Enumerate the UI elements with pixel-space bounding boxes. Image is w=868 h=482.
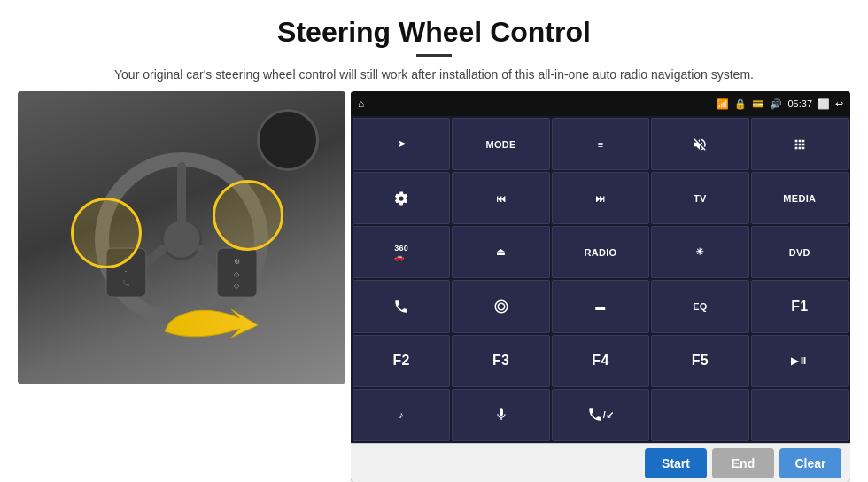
btn-compass[interactable] — [452, 280, 549, 332]
yellow-arrow — [160, 292, 267, 357]
svg-text:-: - — [125, 267, 128, 275]
highlight-circle-left — [71, 198, 142, 268]
home-icon[interactable]: ⌂ — [358, 97, 364, 110]
svg-point-1 — [162, 220, 201, 259]
btn-radio[interactable]: RADIO — [552, 226, 649, 278]
start-button[interactable]: Start — [645, 448, 707, 478]
btn-f5[interactable]: F5 — [651, 335, 748, 387]
buttons-grid: ➤ MODE ≡ ⏮ ⏭ TV MEDIA 360🚗 ⏏ — [351, 116, 850, 443]
back-icon[interactable]: ↩ — [835, 98, 843, 110]
btn-music[interactable]: ♪ — [353, 389, 450, 441]
header-section: Steering Wheel Control Your original car… — [0, 0, 868, 91]
btn-brightness[interactable]: ☀ — [651, 226, 748, 278]
btn-eq[interactable]: EQ — [651, 280, 748, 332]
title-divider — [416, 54, 452, 57]
status-left: ⌂ — [358, 97, 364, 110]
subtitle-text: Your original car's steering wheel contr… — [35, 66, 833, 84]
btn-360[interactable]: 360🚗 — [353, 226, 450, 278]
status-bar: ⌂ 📶 🔒 💳 🔊 05:37 ⬜ ↩ — [351, 91, 850, 116]
car-image-panel: + - 📞 ⚙ ◇ ◇ — [18, 91, 345, 384]
btn-media[interactable]: MEDIA — [751, 172, 849, 224]
svg-text:◇: ◇ — [234, 282, 240, 290]
btn-empty2 — [751, 389, 849, 441]
btn-empty1 — [651, 389, 748, 441]
clear-button[interactable]: Clear — [779, 448, 841, 478]
bottom-bar: Start End Clear — [351, 443, 850, 482]
btn-phonebook[interactable]: /↙ — [552, 389, 649, 441]
btn-mic[interactable] — [452, 389, 549, 441]
time-display: 05:37 — [787, 98, 812, 109]
lock-icon: 🔒 — [734, 98, 747, 110]
btn-tv[interactable]: TV — [651, 172, 748, 224]
end-button[interactable]: End — [712, 448, 774, 478]
btn-f1[interactable]: F1 — [751, 280, 849, 332]
sd-icon: 💳 — [752, 98, 764, 110]
page-title: Steering Wheel Control — [35, 16, 833, 49]
content-section: + - 📞 ⚙ ◇ ◇ — [0, 91, 868, 482]
btn-rect[interactable]: ▬ — [552, 280, 649, 332]
car-background: + - 📞 ⚙ ◇ ◇ — [18, 91, 345, 384]
svg-text:◇: ◇ — [234, 270, 240, 278]
btn-settings[interactable] — [353, 172, 450, 224]
btn-f4[interactable]: F4 — [552, 335, 649, 387]
btn-mode[interactable]: MODE — [452, 118, 549, 170]
control-panel: ⌂ 📶 🔒 💳 🔊 05:37 ⬜ ↩ ➤ MODE ≡ — [351, 91, 850, 482]
svg-text:⚙: ⚙ — [234, 258, 240, 266]
page-wrapper: Steering Wheel Control Your original car… — [0, 0, 868, 482]
btn-playpause[interactable]: ▶⏸ — [751, 335, 849, 387]
window-icon: ⬜ — [818, 98, 830, 110]
btn-next[interactable]: ⏭ — [552, 172, 649, 224]
highlight-circle-right — [213, 180, 283, 251]
btn-mute[interactable] — [651, 118, 748, 170]
status-right: 📶 🔒 💳 🔊 05:37 ⬜ ↩ — [717, 98, 843, 110]
btn-send[interactable]: ➤ — [353, 118, 450, 170]
btn-prev[interactable]: ⏮ — [452, 172, 549, 224]
btn-dvd[interactable]: DVD — [751, 226, 849, 278]
svg-text:📞: 📞 — [122, 279, 130, 287]
bluetooth-icon: 🔊 — [770, 98, 782, 110]
btn-eject[interactable]: ⏏ — [452, 226, 549, 278]
btn-phone[interactable] — [353, 280, 450, 332]
btn-f3[interactable]: F3 — [452, 335, 549, 387]
btn-f2[interactable]: F2 — [353, 335, 450, 387]
btn-grid[interactable] — [751, 118, 849, 170]
btn-list[interactable]: ≡ — [552, 118, 649, 170]
wifi-icon: 📶 — [717, 98, 729, 110]
